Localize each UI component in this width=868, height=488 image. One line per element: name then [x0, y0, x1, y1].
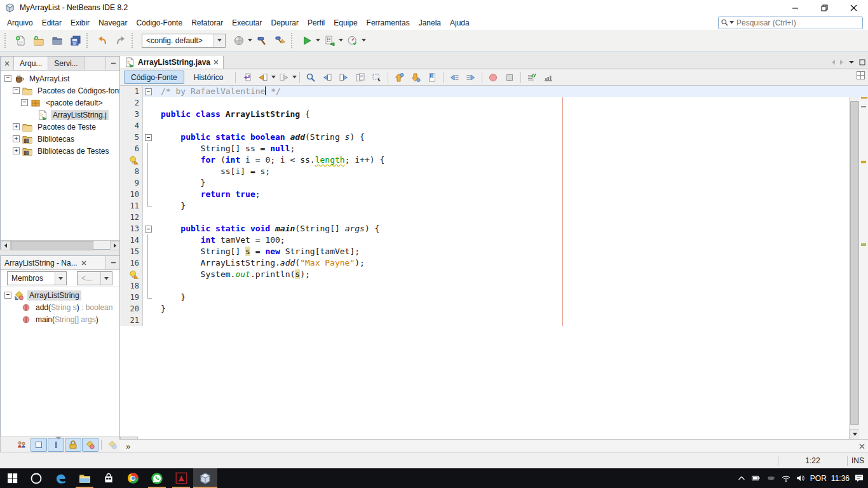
tab-close-icon[interactable] — [214, 58, 219, 67]
taskbar-whatsapp-button[interactable] — [145, 468, 169, 488]
tree-item-arrayliststring-j[interactable]: ArrayListString.j — [1, 109, 120, 121]
taskbar-netbeans-button[interactable] — [193, 468, 217, 488]
run-button[interactable] — [297, 32, 316, 50]
code-line-4[interactable]: 4 — [120, 120, 868, 132]
bookmark-button[interactable] — [424, 70, 440, 85]
show-non-public-filter-button[interactable] — [65, 438, 81, 452]
back-dropdown-icon[interactable] — [271, 76, 276, 79]
fold-collapse-icon[interactable]: − — [145, 226, 152, 233]
menu-janela[interactable]: Janela — [414, 17, 445, 29]
warning-bulb-icon[interactable] — [129, 270, 139, 280]
quick-search[interactable] — [718, 17, 863, 29]
bookmark-up-button[interactable] — [391, 70, 407, 85]
tree-item-bibliotecas-de-testes[interactable]: +Bibliotecas de Testes — [1, 145, 120, 157]
hammer-button[interactable] — [252, 32, 271, 50]
code-line-2[interactable]: 2 — [120, 97, 868, 109]
tab-servicos[interactable]: Servi... — [48, 57, 84, 70]
tree-item--pacote-default-[interactable]: −<pacote default> — [1, 97, 120, 109]
search-input[interactable] — [735, 18, 862, 28]
language-indicator[interactable]: POR — [810, 474, 827, 483]
profile-dropdown-icon[interactable] — [362, 39, 366, 42]
combo-arrow-icon[interactable] — [217, 39, 222, 42]
shift-left-button[interactable] — [446, 70, 463, 85]
resize-grip-icon[interactable] — [55, 437, 62, 440]
navigator-close-button[interactable] — [81, 259, 86, 268]
forward-button[interactable] — [276, 70, 292, 85]
menu-equipe[interactable]: Equipe — [329, 17, 362, 29]
macro-stop-button[interactable] — [501, 70, 518, 85]
globe-button[interactable] — [229, 32, 248, 50]
combo-arrow[interactable] — [214, 34, 225, 47]
code-line-7[interactable]: for (int i = 0; i < ss.length; i++) { — [120, 154, 868, 166]
maximize-editor-icon[interactable] — [859, 59, 865, 65]
run-configuration-combo[interactable]: <config. default> — [142, 34, 226, 48]
taskbar-cortana-button[interactable] — [24, 468, 48, 488]
taskbar-edge-button[interactable] — [48, 468, 72, 488]
tree-expander-icon[interactable]: − — [21, 99, 28, 106]
code-line-16[interactable]: 16 ArrayListString.add("Max Payne"); — [120, 257, 868, 269]
tray-chevron-up-icon[interactable] — [737, 474, 746, 483]
open-project-button[interactable] — [48, 32, 66, 50]
tree-expander-icon[interactable]: + — [13, 123, 20, 130]
menu-perfil[interactable]: Perfil — [303, 17, 329, 29]
code-line-3[interactable]: 3public class ArrayListString { — [120, 109, 868, 120]
projects-close-button[interactable] — [1, 57, 14, 70]
shift-right-button[interactable] — [463, 70, 479, 85]
tab-arquivos[interactable]: Arqu... — [14, 57, 48, 70]
code-editor[interactable]: 1−/* by RafaelValentine */23public class… — [120, 86, 868, 440]
fold-collapse-icon[interactable]: − — [145, 88, 152, 95]
tree-item-pacotes-de-c-digos-font[interactable]: −Pacotes de Códigos-font — [1, 85, 120, 97]
view-history-button[interactable]: Histórico — [187, 71, 231, 84]
scroll-tabs-right-icon[interactable] — [840, 60, 844, 65]
save-all-button[interactable] — [66, 32, 85, 50]
tree-expander-icon[interactable]: − — [4, 292, 11, 299]
breadcrumb-close-icon[interactable] — [857, 441, 867, 451]
code-line-8[interactable]: 8 ss[i] = s; — [120, 166, 868, 177]
search-scope-dropdown-icon[interactable] — [729, 21, 734, 24]
projects-minimize-button[interactable] — [105, 57, 120, 70]
code-line-14[interactable]: 14 int tamVet = 100; — [120, 234, 868, 246]
split-document-icon[interactable] — [857, 71, 865, 79]
undo-button[interactable] — [93, 32, 111, 50]
sort-by-source-filter-button[interactable] — [104, 438, 121, 452]
action-center-icon[interactable] — [854, 473, 864, 483]
taskbar-chrome-button[interactable] — [121, 468, 145, 488]
show-inherited-filter-button[interactable] — [13, 438, 30, 452]
menu-ajuda[interactable]: Ajuda — [445, 17, 474, 29]
new-file-button[interactable] — [11, 32, 29, 50]
tree-item-bibliotecas[interactable]: +Bibliotecas — [1, 133, 120, 145]
tree-expander-icon[interactable]: − — [13, 87, 20, 94]
scroll-left-arrow-icon[interactable] — [1, 241, 11, 250]
navigator-item-2[interactable]: main(String[] args) — [1, 313, 120, 325]
bookmark-down-button[interactable] — [407, 70, 424, 85]
tree-expander-icon[interactable]: − — [4, 75, 11, 82]
navigator-item-1[interactable]: add(String s) : boolean — [1, 301, 120, 313]
redo-button[interactable] — [111, 32, 130, 50]
menu-navegar[interactable]: Navegar — [94, 17, 132, 29]
rect-select-button[interactable] — [369, 70, 385, 85]
code-line-11[interactable]: 11 } — [120, 200, 868, 212]
forward-dropdown-icon[interactable] — [292, 76, 297, 79]
uncomment-button[interactable] — [540, 70, 557, 85]
combo-arrow-icon[interactable] — [58, 277, 63, 280]
navigator-item-0[interactable]: −ArrayListString — [1, 289, 120, 301]
menu-exibir[interactable]: Exibir — [66, 17, 94, 29]
show-static-filter-button[interactable] — [82, 438, 98, 452]
show-fields-filter-button[interactable] — [31, 438, 47, 452]
globe-dropdown-icon[interactable] — [248, 39, 252, 42]
next-occurrence-button[interactable] — [336, 70, 352, 85]
tree-item-myarraylist[interactable]: −MyArrayList — [1, 72, 120, 85]
macro-record-button[interactable] — [485, 70, 501, 85]
restore-button[interactable] — [810, 0, 839, 15]
code-line-1[interactable]: 1−/* by RafaelValentine */ — [120, 86, 868, 97]
debug-dropdown-icon[interactable] — [339, 39, 343, 42]
run-dropdown-icon[interactable] — [316, 39, 320, 42]
code-line-20[interactable]: 20} — [120, 303, 868, 315]
projects-hscrollbar[interactable] — [1, 240, 120, 249]
code-line-17[interactable]: System.out.println(s); — [120, 269, 868, 280]
menu-editar[interactable]: Editar — [37, 17, 66, 29]
scroll-tabs-left-icon[interactable] — [831, 60, 835, 65]
code-line-18[interactable]: 18 — [120, 280, 868, 292]
menu-ferramentas[interactable]: Ferramentas — [362, 17, 414, 29]
volume-icon[interactable] — [796, 474, 806, 483]
